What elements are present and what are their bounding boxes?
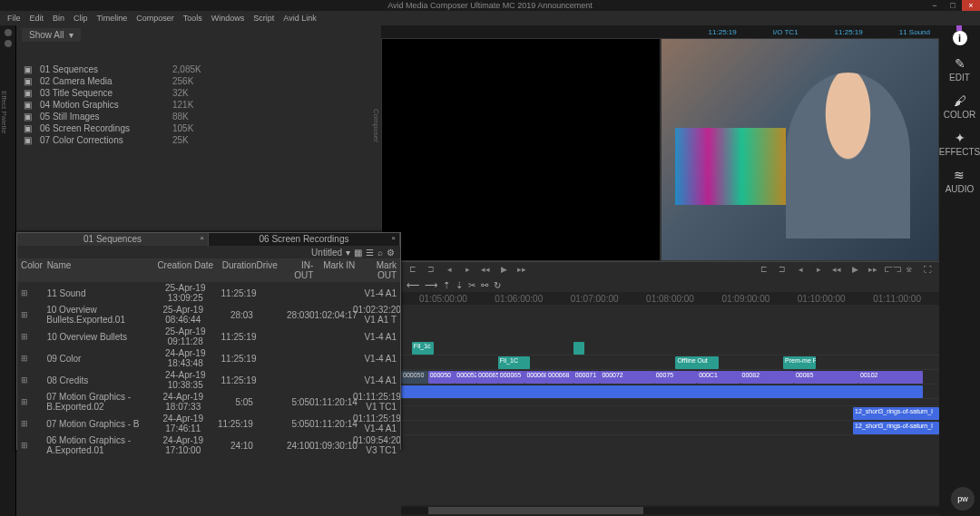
- timeline-clip[interactable]: [401, 385, 923, 398]
- panel-dot[interactable]: [5, 29, 12, 36]
- timeline-clip[interactable]: 00102: [858, 371, 923, 384]
- ffwd-button[interactable]: ▸▸: [867, 265, 879, 276]
- minimize-button[interactable]: −: [926, 0, 944, 11]
- source-monitor[interactable]: [381, 38, 661, 261]
- mark-in-button[interactable]: ⊏: [758, 265, 770, 276]
- col-date[interactable]: Creation Date: [151, 260, 220, 280]
- menu-windows[interactable]: Windows: [208, 14, 249, 23]
- timeline-clip[interactable]: 000068: [546, 371, 573, 384]
- chevron-down-icon[interactable]: ▾: [346, 248, 350, 258]
- mark-out-button[interactable]: ⊐: [776, 265, 789, 276]
- sequence-row[interactable]: ⊞07 Motion Graphics - B.Exported.0224-Ap…: [17, 391, 400, 413]
- menu-tools[interactable]: Tools: [180, 14, 206, 23]
- workspace-edit[interactable]: ✎ EDIT: [949, 56, 970, 83]
- view-list-icon[interactable]: ☰: [366, 248, 374, 258]
- close-button[interactable]: ×: [962, 0, 980, 11]
- ffwd-button[interactable]: ▸▸: [515, 265, 528, 276]
- view-grid-icon[interactable]: ▦: [354, 248, 362, 258]
- col-inout[interactable]: IN-OUT: [282, 260, 313, 280]
- audio-track-1[interactable]: [401, 385, 939, 399]
- timeline-clip[interactable]: 00075: [654, 371, 697, 384]
- search-icon[interactable]: ⌕: [377, 248, 383, 258]
- mark-in-button[interactable]: ⊏: [407, 265, 419, 276]
- menu-edit[interactable]: Edit: [26, 14, 48, 23]
- timeline-clip[interactable]: Fil_1C: [498, 356, 531, 369]
- tc-mode[interactable]: I/O TC1: [773, 28, 799, 36]
- menu-clip[interactable]: Clip: [70, 14, 92, 23]
- timeline-clip[interactable]: Offline Out: [675, 356, 718, 369]
- sequence-row[interactable]: ⊞10 Overview Bullets25-Apr-19 09:11:2811…: [17, 326, 400, 347]
- menu-composer[interactable]: Composer: [132, 14, 178, 23]
- step-fwd-button[interactable]: ▸: [812, 265, 825, 276]
- video-track-1[interactable]: 0000500000500000520000650000650000680000…: [401, 370, 939, 385]
- timeline-clip[interactable]: 000050: [428, 371, 456, 384]
- rewind-button[interactable]: ◂◂: [830, 265, 843, 276]
- menu-bin[interactable]: Bin: [49, 14, 68, 23]
- col-drive[interactable]: Drive: [256, 260, 282, 280]
- sequence-row[interactable]: ⊞07 Motion Graphics - B24-Apr-19 17:46:1…: [17, 413, 400, 434]
- timeline-clip[interactable]: 12_short3_rings-of-saturn_l: [853, 422, 939, 434]
- timeline-clip[interactable]: Prem-me F: [783, 356, 816, 369]
- workspace-audio[interactable]: ≋ AUDIO: [946, 168, 975, 194]
- timeline-clip[interactable]: 000050: [401, 371, 428, 384]
- maximize-button[interactable]: □: [944, 0, 962, 11]
- sequence-row[interactable]: ⊞09 Color24-Apr-19 18:43:4811:25:19V1-4 …: [17, 347, 400, 369]
- menu-file[interactable]: File: [4, 14, 24, 23]
- close-icon[interactable]: ×: [391, 234, 396, 242]
- timeline-clip[interactable]: 000065: [498, 371, 525, 384]
- video-track-3[interactable]: Fil_1c: [401, 341, 939, 355]
- play-button[interactable]: ▶: [497, 265, 510, 276]
- col-markin[interactable]: Mark IN: [313, 260, 355, 280]
- timeline-clip[interactable]: 000072: [600, 371, 653, 384]
- menu-timeline[interactable]: Timeline: [93, 14, 132, 23]
- timeline-scrollbar[interactable]: [401, 507, 939, 514]
- timeline-clip[interactable]: 000068: [524, 371, 546, 384]
- sequence-name[interactable]: 11 Sound: [899, 28, 930, 36]
- tab-sequences[interactable]: 01 Sequences ×: [17, 233, 209, 246]
- step-back-button[interactable]: ◂: [794, 265, 807, 276]
- timeline-clip[interactable]: 00085: [794, 371, 858, 384]
- audio-track-2[interactable]: 12_short3_rings-of-saturn_l: [401, 406, 939, 421]
- close-icon[interactable]: ×: [200, 234, 204, 242]
- link-button[interactable]: ⚯: [481, 280, 488, 290]
- timeline-clip[interactable]: [573, 342, 584, 355]
- col-markout[interactable]: Mark OUT: [355, 260, 397, 280]
- sequence-row[interactable]: ⊞08 Credits24-Apr-19 10:38:3511:25:19V1-…: [17, 369, 400, 391]
- timeline-clip[interactable]: 000C1: [697, 371, 740, 384]
- sequence-row[interactable]: ⊞10 Overview Bullets.Exported.0125-Apr-1…: [17, 304, 400, 326]
- timeline-clip[interactable]: Fil_1c: [412, 342, 434, 355]
- gear-icon[interactable]: ⚙: [387, 248, 395, 258]
- rewind-button[interactable]: ◂◂: [479, 265, 492, 276]
- workspace-effects[interactable]: ✦ EFFECTS: [939, 131, 980, 157]
- col-color[interactable]: Color: [21, 260, 47, 280]
- panel-dot[interactable]: [5, 40, 12, 47]
- refresh-button[interactable]: ↻: [494, 280, 501, 290]
- info-icon[interactable]: i: [953, 31, 967, 45]
- tab-screen-recordings[interactable]: 06 Screen Recordings ×: [209, 233, 400, 246]
- timeline-ruler[interactable]: 01:05:00:0001:06:00:0001:07:00:0001:08:0…: [401, 292, 939, 305]
- video-track-2[interactable]: Fil_1COffline OutPrem-me F: [401, 355, 939, 370]
- timeline-clip[interactable]: 12_short3_rings-of-saturn_l: [853, 407, 939, 420]
- trim-button[interactable]: ⫍⫎: [885, 265, 897, 276]
- fullscreen-button[interactable]: ⛶: [921, 265, 934, 276]
- timeline-clip[interactable]: 000052: [455, 371, 476, 384]
- splice-button[interactable]: ⟵: [407, 280, 419, 290]
- overwrite-button[interactable]: ⟶: [425, 280, 437, 290]
- effect-button[interactable]: ※: [903, 265, 916, 276]
- timeline-tracks[interactable]: Fil_1c Fil_1COffline OutPrem-me F 000050…: [401, 305, 939, 516]
- col-name[interactable]: Name: [47, 260, 151, 280]
- menu-avidlink[interactable]: Avid Link: [279, 14, 319, 23]
- audio-track-3[interactable]: 12_short3_rings-of-saturn_l: [401, 421, 939, 435]
- lift-button[interactable]: ⇡: [443, 280, 450, 290]
- col-duration[interactable]: Duration: [220, 260, 256, 280]
- menu-script[interactable]: Script: [250, 14, 278, 23]
- play-button[interactable]: ▶: [848, 265, 861, 276]
- step-fwd-button[interactable]: ▸: [461, 265, 474, 276]
- record-monitor[interactable]: [661, 38, 940, 261]
- scrollbar-thumb[interactable]: [428, 507, 643, 514]
- sequence-row[interactable]: ⊞06 Motion Graphics - A.Exported.0124-Ap…: [17, 434, 400, 456]
- timeline-clip[interactable]: 000071: [573, 371, 601, 384]
- sequence-row[interactable]: ⊞11 Sound25-Apr-19 13:09:2511:25:19V1-4 …: [17, 282, 400, 304]
- workspace-color[interactable]: 🖌 COLOR: [944, 93, 976, 120]
- step-back-button[interactable]: ◂: [443, 265, 456, 276]
